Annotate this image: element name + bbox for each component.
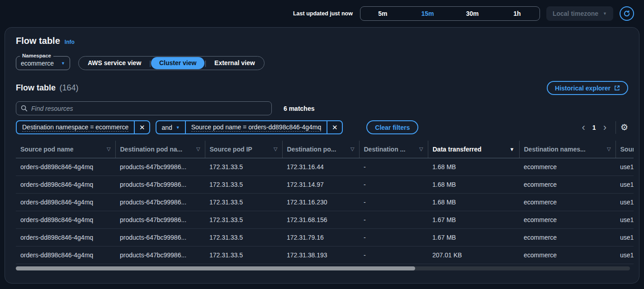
cell-source-pod-name: orders-dd898c846-4g4mq xyxy=(16,211,115,228)
cell-destination-pod-ip: 172.31.68.156 xyxy=(282,211,359,228)
table-heading-row: Flow table (164) Historical explorer xyxy=(16,81,628,95)
gear-icon[interactable]: ⚙ xyxy=(620,123,628,132)
column-header-destination-namespace[interactable]: Destination names...▽ xyxy=(519,141,616,158)
chevron-down-icon: ▼ xyxy=(61,61,65,66)
remove-filter-button[interactable]: ✕ xyxy=(327,121,342,133)
cell-source-pod-name: orders-dd898c846-4g4mq xyxy=(16,246,115,264)
panel-title-row: Flow table Info xyxy=(16,36,628,46)
table-row[interactable]: orders-dd898c846-4g4mq products-647bc999… xyxy=(16,228,634,246)
cell-destination: - xyxy=(359,193,428,211)
search-input[interactable] xyxy=(31,105,267,112)
cell-destination-namespace: ecommerce xyxy=(519,211,616,228)
match-count: 6 matches xyxy=(284,105,314,112)
column-header-source-pod-ip[interactable]: Source pod IP▽ xyxy=(205,141,282,158)
cell-source: use1- xyxy=(616,175,634,193)
chevron-down-icon: ▼ xyxy=(603,11,607,16)
cell-destination: - xyxy=(359,246,428,264)
cell-destination-pod-ip: 172.31.16.44 xyxy=(282,158,359,175)
column-header-destination[interactable]: Destination ...▽ xyxy=(359,141,428,158)
table-row[interactable]: orders-dd898c846-4g4mq products-647bc999… xyxy=(16,211,634,228)
table-row[interactable]: orders-dd898c846-4g4mq products-647bc999… xyxy=(16,246,634,264)
filter-caret-icon[interactable]: ▽ xyxy=(350,146,354,152)
horizontal-scrollbar[interactable] xyxy=(16,266,630,270)
cell-source-pod-name: orders-dd898c846-4g4mq xyxy=(16,193,115,211)
cell-destination-pod-name: products-647bc99986... xyxy=(115,211,205,228)
filter-token-destination-namespace: Destination namespace = ecommerce ✕ xyxy=(16,120,150,134)
cell-source: use1- xyxy=(616,193,634,211)
cell-destination: - xyxy=(359,211,428,228)
pagination: ‹ 1 › ⚙ xyxy=(578,121,629,134)
cell-data-transferred: 1.67 MB xyxy=(428,228,519,246)
cell-source-pod-name: orders-dd898c846-4g4mq xyxy=(16,228,115,246)
chevron-down-icon: ▼ xyxy=(176,125,180,130)
cell-destination-pod-name: products-647bc99986... xyxy=(115,228,205,246)
time-range-30m[interactable]: 30m xyxy=(450,10,495,17)
cell-source-pod-ip: 172.31.33.5 xyxy=(205,158,282,175)
cell-destination-pod-ip: 172.31.38.193 xyxy=(282,246,359,264)
clear-filters-button[interactable]: Clear filters xyxy=(366,120,418,134)
filter-caret-icon[interactable]: ▽ xyxy=(196,146,200,152)
table-count: (164) xyxy=(59,83,78,92)
table-row[interactable]: orders-dd898c846-4g4mq products-647bc999… xyxy=(16,158,634,175)
view-segmented-control: AWS service view | Cluster view | Extern… xyxy=(78,56,265,70)
cell-destination-pod-name: products-647bc99986... xyxy=(115,193,205,211)
timezone-dropdown[interactable]: Local timezone ▼ xyxy=(546,6,613,21)
cell-source-pod-name: orders-dd898c846-4g4mq xyxy=(16,158,115,175)
filter-caret-icon[interactable]: ▽ xyxy=(419,146,423,152)
tab-cluster-view[interactable]: Cluster view xyxy=(151,57,204,69)
next-page-button[interactable]: › xyxy=(600,123,610,133)
cell-destination-pod-ip: 172.31.16.230 xyxy=(282,193,359,211)
search-row: 6 matches xyxy=(16,101,628,115)
column-header-data-transferred[interactable]: Data transferred▼ xyxy=(428,141,519,158)
tab-aws-service-view[interactable]: AWS service view xyxy=(80,57,149,69)
cell-data-transferred: 1.67 MB xyxy=(428,211,519,228)
cell-source-pod-name: orders-dd898c846-4g4mq xyxy=(16,175,115,193)
tab-external-view[interactable]: External view xyxy=(206,57,263,69)
cell-data-transferred: 1.68 MB xyxy=(428,158,519,175)
filter-token-text[interactable]: Destination namespace = ecommerce xyxy=(17,121,134,133)
filter-caret-icon[interactable]: ▽ xyxy=(107,146,110,152)
column-header-destination-pod-name[interactable]: Destination pod na...▽ xyxy=(115,141,205,158)
filter-caret-icon[interactable]: ▽ xyxy=(274,146,277,152)
divider xyxy=(616,121,616,134)
table-header-row: Source pod name▽ Destination pod na...▽ … xyxy=(16,141,634,158)
column-header-source[interactable]: Source xyxy=(616,141,634,158)
cell-destination-namespace: ecommerce xyxy=(519,228,616,246)
refresh-button[interactable] xyxy=(620,6,634,21)
remove-filter-button[interactable]: ✕ xyxy=(135,121,149,133)
filter-operator-dropdown[interactable]: and ▼ xyxy=(156,121,185,133)
historical-explorer-button[interactable]: Historical explorer xyxy=(547,81,628,95)
cell-destination-namespace: ecommerce xyxy=(519,246,616,264)
cell-destination-pod-name: products-647bc99986... xyxy=(115,175,205,193)
cell-source-pod-ip: 172.31.33.5 xyxy=(205,228,282,246)
namespace-select[interactable]: Namespace ecommerce ▼ xyxy=(16,56,70,70)
timezone-label: Local timezone xyxy=(553,10,598,17)
filter-caret-icon[interactable]: ▽ xyxy=(607,146,611,152)
cell-destination-pod-name: products-647bc99986... xyxy=(115,158,205,175)
time-range-5m[interactable]: 5m xyxy=(360,10,405,17)
scrollbar-thumb[interactable] xyxy=(16,266,415,270)
sort-descending-icon[interactable]: ▼ xyxy=(510,147,515,152)
flow-table-panel: Flow table Info Namespace ecommerce ▼ AW… xyxy=(5,27,639,284)
cell-destination: - xyxy=(359,228,428,246)
namespace-select-label: Namespace xyxy=(20,53,53,58)
namespace-select-value: ecommerce xyxy=(21,60,54,67)
table-title: Flow table xyxy=(16,83,56,92)
page-title: Flow table xyxy=(16,36,60,46)
historical-explorer-label: Historical explorer xyxy=(555,85,611,92)
info-link[interactable]: Info xyxy=(65,39,75,45)
time-range-15m[interactable]: 15m xyxy=(405,10,450,17)
column-header-destination-pod-ip[interactable]: Destination po...▽ xyxy=(282,141,359,158)
flow-table: Source pod name▽ Destination pod na...▽ … xyxy=(16,141,634,264)
cell-source-pod-ip: 172.31.33.5 xyxy=(205,175,282,193)
previous-page-button[interactable]: ‹ xyxy=(578,123,589,133)
search-box[interactable] xyxy=(16,101,272,115)
filter-token-text[interactable]: Source pod name = orders-dd898c846-4g4mq xyxy=(186,121,327,133)
column-header-source-pod-name[interactable]: Source pod name▽ xyxy=(16,141,115,158)
table-row[interactable]: orders-dd898c846-4g4mq products-647bc999… xyxy=(16,193,634,211)
flow-table-wrapper: Source pod name▽ Destination pod na...▽ … xyxy=(16,141,634,264)
table-row[interactable]: orders-dd898c846-4g4mq products-647bc999… xyxy=(16,175,634,193)
cell-source: use1- xyxy=(616,158,634,175)
time-range-1h[interactable]: 1h xyxy=(495,10,540,17)
top-bar: Last updated just now 5m 15m 30m 1h Loca… xyxy=(0,0,644,27)
